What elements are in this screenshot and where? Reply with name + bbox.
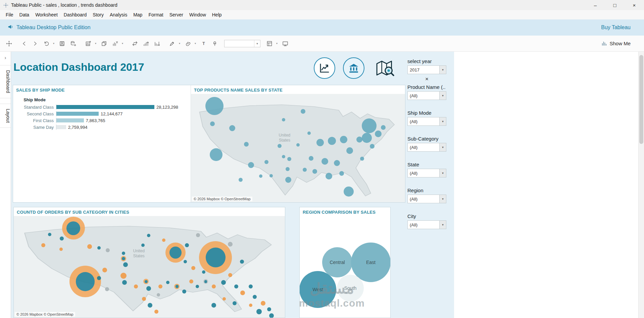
city-bubble-mark[interactable] <box>106 248 110 252</box>
close-button[interactable]: × <box>625 0 644 10</box>
city-bubble-mark[interactable] <box>147 234 150 237</box>
city-bubble-mark[interactable] <box>234 284 238 288</box>
city-ring-bubble-mark[interactable] <box>69 266 101 297</box>
state-bubble-mark[interactable] <box>362 118 377 133</box>
state-bubble-mark[interactable] <box>282 118 285 121</box>
bar-mark[interactable] <box>56 118 84 122</box>
city-bubble-mark[interactable] <box>59 248 63 251</box>
city-bubble-mark[interactable] <box>202 270 205 274</box>
city-bubble-mark[interactable] <box>157 293 160 297</box>
state-bubble-mark[interactable] <box>248 162 254 168</box>
city-bubble-mark[interactable] <box>184 260 187 263</box>
state-bubble-mark[interactable] <box>210 121 215 126</box>
state-bubble-mark[interactable] <box>244 142 249 147</box>
city-bubble-mark[interactable] <box>211 303 216 308</box>
state-bubble-mark[interactable] <box>264 160 268 164</box>
state-bubble-mark[interactable] <box>269 174 273 177</box>
bar-mark[interactable] <box>56 125 66 129</box>
duplicate-button[interactable] <box>100 39 108 49</box>
city-bubble-mark[interactable] <box>228 273 232 277</box>
state-bubble-mark[interactable] <box>375 130 382 137</box>
state-bubble-mark[interactable] <box>286 167 290 171</box>
city-bubble-mark[interactable] <box>154 310 158 314</box>
city-bubble-mark[interactable] <box>41 243 45 247</box>
save-button[interactable] <box>58 39 66 49</box>
city-bubble-mark[interactable] <box>261 301 265 306</box>
city-bubble-mark[interactable] <box>97 246 101 250</box>
sales-dashboard-button[interactable] <box>343 57 364 79</box>
clear-sheet-caret-icon[interactable]: ▾ <box>122 42 123 45</box>
city-orders-map[interactable]: UnitedStates© 2026 Mapbox © OpenStreetMa… <box>14 216 285 318</box>
forward-button[interactable] <box>31 39 40 49</box>
city-bubble-mark[interactable] <box>189 279 193 283</box>
region-bubble-south[interactable]: South <box>337 275 364 302</box>
dropdown-arrow-icon[interactable]: ▾ <box>439 221 446 229</box>
dropdown-arrow-icon[interactable]: ▾ <box>439 143 446 151</box>
sort-descending-button[interactable] <box>153 39 161 49</box>
fit-selector-caret-icon[interactable]: ▾ <box>254 40 260 47</box>
city-bubble-mark[interactable] <box>249 284 253 288</box>
state-sales-map[interactable]: UnitedStates© 2026 Mapbox © OpenStreetMa… <box>191 94 405 202</box>
state-bubble-mark[interactable] <box>285 177 291 183</box>
state-bubble-mark[interactable] <box>301 109 305 114</box>
menu-server[interactable]: Server <box>166 10 186 19</box>
menu-window[interactable]: Window <box>186 10 209 19</box>
filter-select-product-name[interactable]: (All)▾ <box>407 91 446 100</box>
location-dashboard-button[interactable] <box>372 56 397 80</box>
city-bubble-mark[interactable] <box>97 276 101 280</box>
menu-story[interactable]: Story <box>90 10 107 19</box>
state-bubble-mark[interactable] <box>239 178 243 182</box>
highlight-caret-icon[interactable]: ▾ <box>179 42 180 45</box>
menu-help[interactable]: Help <box>209 10 225 19</box>
state-bubble-mark[interactable] <box>210 148 222 161</box>
text-label-button[interactable]: T <box>199 39 208 49</box>
city-bubble-mark[interactable] <box>146 286 151 291</box>
filter-select-state[interactable]: (All)▾ <box>407 169 446 177</box>
city-bubble-mark[interactable] <box>185 243 189 247</box>
city-bubble-mark[interactable] <box>122 252 125 255</box>
menu-file[interactable]: File <box>3 10 16 19</box>
city-ring-bubble-mark[interactable] <box>121 256 126 261</box>
city-ring-bubble-mark[interactable] <box>165 243 186 263</box>
city-bubble-mark[interactable] <box>134 284 138 288</box>
swap-axes-button[interactable] <box>131 39 139 49</box>
state-bubble-mark[interactable] <box>287 157 291 161</box>
city-bubble-mark[interactable] <box>141 244 145 247</box>
city-ring-bubble-mark[interactable] <box>203 279 208 284</box>
state-bubble-mark[interactable] <box>370 144 375 149</box>
dropdown-arrow-icon[interactable]: ▾ <box>439 195 446 203</box>
dropdown-arrow-icon[interactable]: ▾ <box>439 169 446 177</box>
city-bubble-mark[interactable] <box>142 297 146 301</box>
state-bubble-mark[interactable] <box>229 125 235 131</box>
show-cards-button[interactable] <box>265 39 274 49</box>
city-bubble-mark[interactable] <box>269 313 274 318</box>
city-bubble-mark[interactable] <box>148 303 152 308</box>
link-button[interactable] <box>184 39 192 49</box>
city-bubble-mark[interactable] <box>240 290 245 295</box>
menu-analysis[interactable]: Analysis <box>107 10 130 19</box>
back-button[interactable] <box>20 39 29 49</box>
scrollbar-thumb[interactable] <box>639 55 643 144</box>
state-bubble-mark[interactable] <box>321 158 328 165</box>
city-bubble-mark[interactable] <box>158 284 162 288</box>
state-bubble-mark[interactable] <box>328 137 336 145</box>
city-bubble-mark[interactable] <box>253 295 257 299</box>
tab-layout[interactable]: Layout <box>0 104 11 128</box>
clear-sheet-button[interactable] <box>111 39 119 49</box>
minimize-button[interactable]: – <box>586 0 605 10</box>
city-ring-bubble-mark[interactable] <box>174 284 180 289</box>
city-bubble-mark[interactable] <box>122 280 127 285</box>
city-bubble-mark[interactable] <box>105 287 109 291</box>
highlight-button[interactable] <box>168 39 177 49</box>
dropdown-arrow-icon[interactable]: ▾ <box>439 66 446 74</box>
city-bubble-mark[interactable] <box>240 260 244 264</box>
trends-chart-button[interactable] <box>314 57 335 79</box>
add-data-button[interactable] <box>69 39 78 49</box>
state-bubble-mark[interactable] <box>334 160 340 166</box>
fit-selector[interactable]: ▾ <box>224 40 260 47</box>
show-cards-caret-icon[interactable]: ▾ <box>276 42 278 45</box>
bar-mark[interactable] <box>56 105 154 109</box>
city-bubble-mark[interactable] <box>60 236 64 241</box>
state-bubble-mark[interactable] <box>346 147 353 154</box>
buy-tableau-link[interactable]: Buy Tableau <box>601 24 631 31</box>
